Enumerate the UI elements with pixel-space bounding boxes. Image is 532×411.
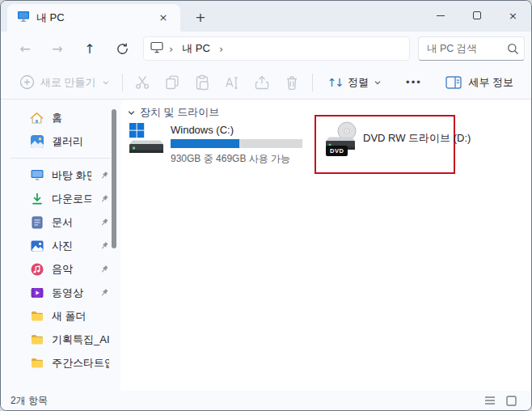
circle-plus-icon <box>19 74 35 90</box>
window-controls: × <box>422 1 531 30</box>
pin-icon <box>99 241 109 251</box>
tab-close-icon[interactable]: × <box>154 9 172 27</box>
home-icon <box>30 112 44 125</box>
sidebar-item-label: 주간스타트업_2 <box>52 356 109 371</box>
minimize-button[interactable] <box>422 1 458 30</box>
sidebar: 홈 갤러리 바탕 화면 다운로드 문서 <box>1 100 120 391</box>
group-header-devices-and-drives[interactable]: 장치 및 드라이브 <box>127 105 219 120</box>
details-pane-icon <box>445 75 462 90</box>
cut-button[interactable] <box>128 70 158 95</box>
sidebar-item-home[interactable]: 홈 <box>6 106 116 129</box>
sort-arrows-icon: ↑↓ <box>327 76 343 89</box>
music-icon <box>30 263 44 276</box>
this-pc-icon <box>150 41 163 57</box>
sidebar-item-label: 음악 <box>52 262 91 277</box>
explorer-body: 홈 갤러리 바탕 화면 다운로드 문서 <box>1 100 531 391</box>
sidebar-item-new-folder[interactable]: 새 폴더 <box>6 304 116 328</box>
large-icons-view-icon <box>506 396 517 406</box>
sidebar-item-desktop[interactable]: 바탕 화면 <box>6 163 116 187</box>
paste-button[interactable] <box>188 70 217 95</box>
details-pane-button[interactable]: 세부 정보 <box>439 71 520 94</box>
sidebar-item-gallery[interactable]: 갤러리 <box>6 129 116 153</box>
content-area: 장치 및 드라이브 Windows (C:) <box>120 100 531 391</box>
delete-button[interactable] <box>277 70 307 95</box>
sort-button-label: 정렬 <box>348 75 369 90</box>
details-view-button[interactable] <box>479 392 500 409</box>
rename-button[interactable] <box>217 70 247 95</box>
dvd-badge: DVD <box>326 146 348 156</box>
chevron-down-icon <box>127 108 136 117</box>
my-pc-icon <box>17 11 30 26</box>
new-button[interactable]: 새로 만들기 <box>12 70 117 94</box>
c-drive-capacity-text: 930GB 중 469GB 사용 가능 <box>171 152 290 166</box>
sidebar-item-label: 다운로드 <box>52 192 91 206</box>
folder-icon <box>30 311 44 321</box>
pin-icon <box>99 218 109 227</box>
search-input[interactable] <box>427 43 507 54</box>
minimize-icon <box>437 15 445 16</box>
pin-icon <box>99 194 109 204</box>
sidebar-item-folder-startup[interactable]: 주간스타트업_2 <box>6 351 116 375</box>
downloads-icon <box>30 193 44 206</box>
sidebar-item-documents[interactable]: 문서 <box>6 210 116 234</box>
sort-button[interactable]: ↑↓ 정렬 <box>321 71 388 94</box>
new-tab-button[interactable]: + <box>190 7 211 28</box>
large-icons-view-button[interactable] <box>500 392 521 409</box>
breadcrumb-separator: › <box>217 43 226 55</box>
sidebar-item-videos[interactable]: 동영상 <box>6 281 116 304</box>
up-button[interactable]: ↑ <box>74 36 106 61</box>
sidebar-item-pictures[interactable]: 사진 <box>6 234 116 257</box>
dvd-drive-name: DVD RW 드라이브 (D:) <box>363 131 471 146</box>
search-box[interactable] <box>418 36 525 61</box>
forward-button[interactable]: → <box>41 36 74 61</box>
c-drive-item[interactable]: Windows (C:) 930GB 중 469GB 사용 가능 <box>124 119 311 171</box>
c-drive-name: Windows (C:) <box>171 124 234 136</box>
refresh-icon <box>116 42 129 56</box>
rename-icon <box>224 74 240 91</box>
sidebar-item-label: 갤러리 <box>52 134 109 149</box>
more-options-button[interactable]: ••• <box>396 73 432 91</box>
new-button-label: 새로 만들기 <box>40 75 96 90</box>
videos-icon <box>30 286 44 299</box>
group-header-label: 장치 및 드라이브 <box>140 105 219 120</box>
command-toolbar: 새로 만들기 ↑↓ 정렬 ••• 세부 <box>1 66 531 100</box>
sidebar-item-music[interactable]: 음악 <box>6 257 116 281</box>
sidebar-item-label: 사진 <box>52 239 91 253</box>
toolbar-divider <box>312 74 313 91</box>
dvd-drive-item[interactable]: DVD DVD RW 드라이브 (D:) <box>315 115 455 174</box>
pin-icon <box>99 288 109 298</box>
copy-button[interactable] <box>158 70 188 95</box>
refresh-button[interactable] <box>106 36 138 61</box>
scissors-icon <box>134 74 150 91</box>
back-button[interactable]: ← <box>9 36 41 61</box>
sidebar-item-label: 문서 <box>52 215 91 230</box>
status-bar: 2개 항목 <box>1 391 531 410</box>
list-view-icon <box>484 396 496 405</box>
pin-icon <box>99 171 109 180</box>
c-drive-usage-fill <box>171 139 239 148</box>
tab-label: 내 PC <box>36 11 148 25</box>
chevron-down-icon <box>374 78 382 87</box>
navigation-bar: ← → ↑ › 내 PC › <box>1 32 531 66</box>
copy-icon <box>164 74 180 91</box>
maximize-icon <box>473 11 481 19</box>
breadcrumb-segment-my-pc[interactable]: 내 PC <box>179 40 213 57</box>
pictures-icon <box>30 239 44 252</box>
maximize-button[interactable] <box>458 1 495 30</box>
trash-icon <box>284 74 300 91</box>
sidebar-item-folder-ai[interactable]: 기획특집_AI로서 <box>6 328 116 351</box>
pin-icon <box>99 265 109 274</box>
share-icon <box>254 74 270 91</box>
folder-icon <box>30 334 44 345</box>
clipboard-icon <box>194 74 210 91</box>
tab-my-pc[interactable]: 내 PC × <box>7 4 180 32</box>
share-button[interactable] <box>247 70 277 95</box>
sidebar-scrollbar[interactable] <box>112 109 116 248</box>
breadcrumb[interactable]: › 내 PC › <box>143 36 410 61</box>
sidebar-item-label: 홈 <box>52 111 109 125</box>
chevron-down-icon <box>102 78 110 87</box>
sidebar-item-downloads[interactable]: 다운로드 <box>6 187 116 210</box>
close-button[interactable]: × <box>495 1 531 30</box>
folder-icon <box>30 358 44 368</box>
toolbar-divider <box>122 74 123 91</box>
